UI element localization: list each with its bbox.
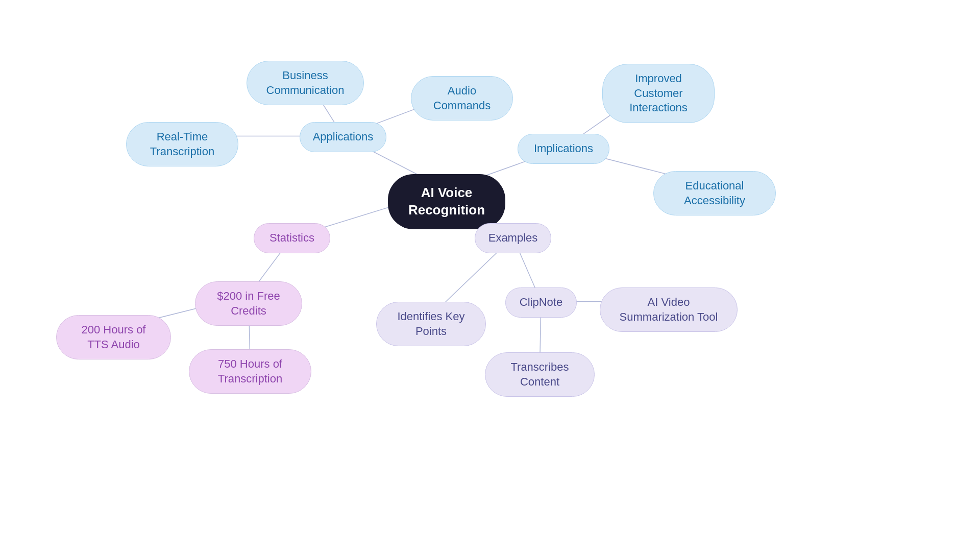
- node-examples: Examples: [475, 223, 551, 253]
- node-center: AI Voice Recognition: [388, 174, 505, 229]
- node-200FreeCredits: $200 in Free Credits: [195, 281, 302, 326]
- node-750HoursTranscription: 750 Hours of Transcription: [189, 349, 311, 394]
- node-educationalAccessibility: Educational Accessibility: [653, 171, 776, 215]
- node-realTimeTranscription: Real-Time Transcription: [126, 122, 238, 166]
- node-clipNote: ClipNote: [505, 287, 577, 318]
- node-businessCommunication: Business Communication: [247, 61, 364, 105]
- node-200HoursTTS: 200 Hours of TTS Audio: [56, 315, 171, 359]
- node-transcribesContent: Transcribes Content: [485, 352, 595, 397]
- mindmap-container: AI Voice RecognitionApplicationsBusiness…: [0, 0, 980, 553]
- node-audioCommands: Audio Commands: [411, 76, 513, 121]
- node-applications: Applications: [300, 122, 386, 152]
- node-improvedCustomerInteractions: Improved CustomerInteractions: [602, 64, 715, 123]
- node-identifiesKeyPoints: Identifies Key Points: [376, 302, 486, 346]
- node-aiVideoSummarizationTool: AI Video Summarization Tool: [600, 287, 738, 332]
- node-statistics: Statistics: [254, 223, 330, 253]
- node-implications: Implications: [518, 134, 609, 164]
